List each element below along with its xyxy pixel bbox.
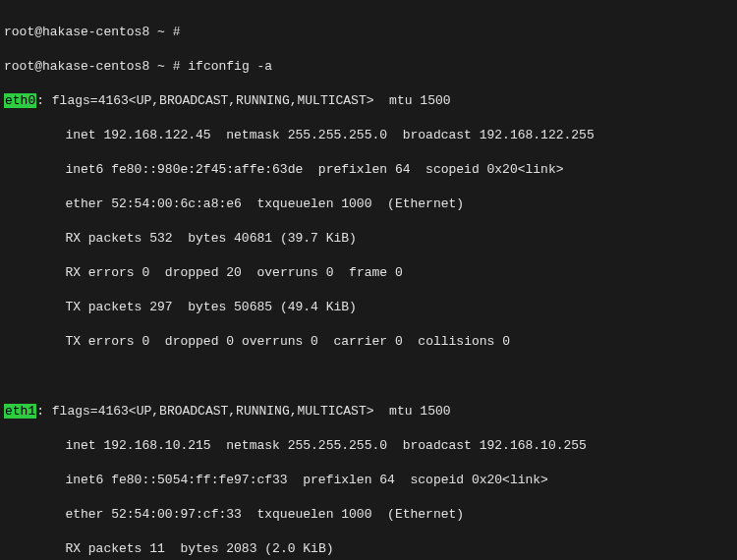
iface-eth0-inet: inet 192.168.122.45 netmask 255.255.255.…: [4, 127, 733, 144]
prompt-line-1: root@hakase-centos8 ~ #: [4, 24, 733, 41]
iface-eth1-inet: inet 192.168.10.215 netmask 255.255.255.…: [4, 437, 733, 455]
iface-eth1-inet6: inet6 fe80::5054:ff:fe97:cf33 prefixlen …: [4, 472, 733, 489]
prompt-userhost: root@hakase-centos8: [4, 59, 149, 74]
iface-eth1-rxpkts: RX packets 11 bytes 2083 (2.0 KiB): [4, 540, 733, 558]
prompt-symbol: #: [173, 59, 181, 74]
prompt-userhost: root@hakase-centos8: [4, 25, 149, 39]
blank: [4, 367, 733, 385]
iface-eth0-ether: ether 52:54:00:6c:a8:e6 txqueuelen 1000 …: [4, 196, 733, 213]
prompt-symbol: #: [173, 25, 181, 39]
terminal-window[interactable]: root@hakase-centos8 ~ # root@hakase-cent…: [0, 0, 737, 560]
iface-eth0-txpkts: TX packets 297 bytes 50685 (49.4 KiB): [4, 299, 733, 316]
iface-eth0-header: eth0: flags=4163<UP,BROADCAST,RUNNING,MU…: [4, 92, 733, 110]
prompt-cwd: ~: [157, 25, 165, 39]
iface-eth0-inet6: inet6 fe80::980e:2f45:affe:63de prefixle…: [4, 161, 733, 179]
prompt-cwd: ~: [157, 59, 165, 74]
prompt-line-2: root@hakase-centos8 ~ # ifconfig -a: [4, 58, 733, 76]
iface-eth1-ether: ether 52:54:00:97:cf:33 txqueuelen 1000 …: [4, 506, 733, 524]
iface-eth1-header: eth1: flags=4163<UP,BROADCAST,RUNNING,MU…: [4, 403, 733, 420]
iface-name-eth0: eth0: [4, 93, 36, 108]
iface-eth0-rxerr: RX errors 0 dropped 20 overruns 0 frame …: [4, 264, 733, 282]
iface-name-eth1: eth1: [4, 404, 36, 419]
command-text: ifconfig -a: [188, 59, 272, 74]
iface-eth0-txerr: TX errors 0 dropped 0 overruns 0 carrier…: [4, 333, 733, 351]
iface-eth0-rxpkts: RX packets 532 bytes 40681 (39.7 KiB): [4, 230, 733, 248]
